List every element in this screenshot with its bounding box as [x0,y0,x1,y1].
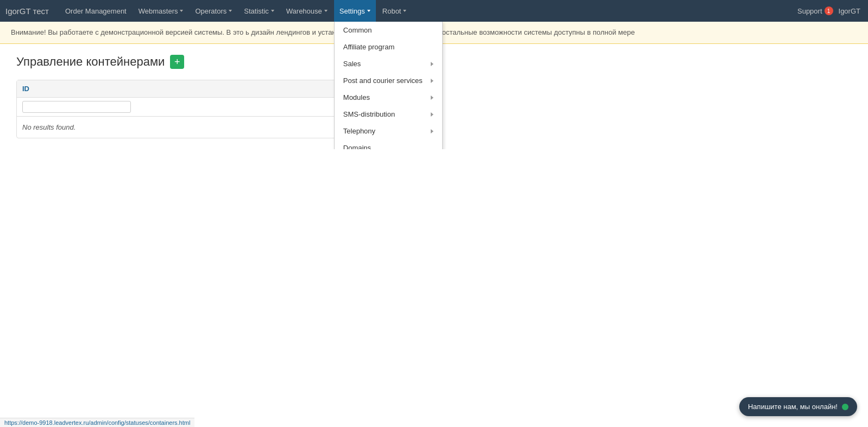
support-badge: 1 [825,7,833,15]
table-filter-row [17,98,342,117]
modules-arrow-icon [431,95,433,100]
nav-robot[interactable]: Robot [377,0,412,22]
nav-order-management[interactable]: Order Management [60,0,132,22]
nav-settings[interactable]: Settings Common Affiliate program Sales … [334,0,376,22]
support-link[interactable]: Support 1 [797,7,833,15]
warehouse-caret-icon [324,10,328,12]
menu-item-common[interactable]: Common [335,22,442,39]
settings-caret-icon [367,10,370,12]
sms-arrow-icon [431,112,433,117]
settings-dropdown: Common Affiliate program Sales Post and … [334,22,443,149]
menu-item-modules[interactable]: Modules [335,89,442,106]
operators-caret-icon [229,10,232,12]
page-title: Управление контейнерами [16,55,165,69]
nav-webmasters[interactable]: Webmasters [133,0,189,22]
no-results-label: No results found. [17,117,342,138]
table-header: ID [17,80,342,98]
webmasters-caret-icon [180,10,183,12]
navbar: IgorGT тест Order Management Webmasters … [0,0,868,22]
menu-item-telephony[interactable]: Telephony [335,123,442,139]
col-id-header[interactable]: ID [22,85,131,93]
nav-warehouse[interactable]: Warehouse [281,0,333,22]
menu-item-post-courier[interactable]: Post and courier services [335,72,442,89]
menu-item-affiliate[interactable]: Affiliate program [335,39,442,55]
robot-caret-icon [403,10,406,12]
add-container-button[interactable]: + [170,55,184,69]
menu-item-domains[interactable]: Domains [335,139,442,149]
nav-operators[interactable]: Operators [190,0,237,22]
id-filter-input[interactable] [22,101,131,113]
brand-suffix: тест [30,7,49,16]
nav-items: Order Management Webmasters Operators St… [60,0,797,22]
post-courier-arrow-icon [431,79,433,83]
containers-table: ID No results found. [16,80,342,138]
user-menu[interactable]: IgorGT [839,7,863,15]
menu-item-sms[interactable]: SMS-distribution [335,106,442,123]
nav-right: Support 1 IgorGT [797,7,863,15]
telephony-arrow-icon [431,129,433,133]
sales-arrow-icon [431,62,433,66]
menu-item-sales[interactable]: Sales [335,55,442,72]
nav-statistic[interactable]: Statistic [238,0,280,22]
brand[interactable]: IgorGT тест [5,7,49,16]
statistic-caret-icon [271,10,274,12]
brand-name: IgorGT [5,7,30,16]
